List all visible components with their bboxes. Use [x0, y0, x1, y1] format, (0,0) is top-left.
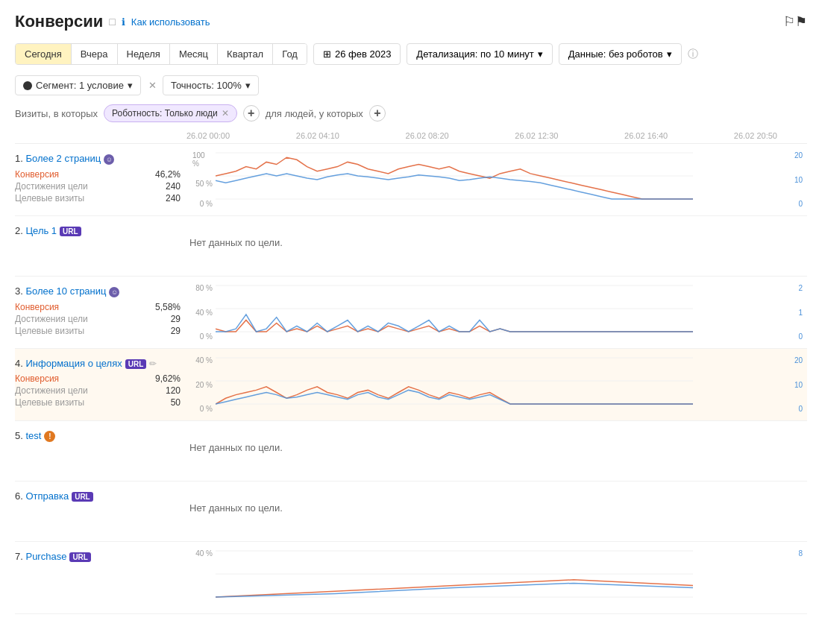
y-axis-label: 40 % — [195, 549, 213, 558]
y-axis-left: 40 %20 %0 % — [189, 355, 216, 414]
segment-tag-label: Роботность: Только люди — [112, 108, 218, 119]
goal-name[interactable]: Информация о целях — [25, 358, 122, 369]
conversion-label: Конверсия — [15, 373, 59, 384]
goal-number: 6. — [15, 490, 23, 502]
y-axis-left: 100 %50 %0 % — [189, 150, 216, 209]
btn-yesterday[interactable]: Вчера — [72, 44, 118, 64]
chart-container: 80 %40 %0 % 210 — [189, 282, 804, 342]
btn-week[interactable]: Неделя — [118, 44, 170, 64]
goal-name[interactable]: Более 2 страниц — [25, 153, 101, 164]
btn-month[interactable]: Месяц — [170, 44, 218, 64]
add-condition-button[interactable]: + — [243, 105, 260, 121]
y-axis-right-label: 10 — [794, 381, 803, 389]
visits-label: Целевые визиты — [15, 397, 84, 408]
time-label-2: 26.02 08:20 — [406, 131, 449, 140]
how-to-use-link[interactable]: Как использовать — [131, 16, 210, 28]
goal-name[interactable]: test — [25, 430, 41, 441]
goal-stats: Конверсия 9,62% Достижения цели 120 Целе… — [15, 373, 181, 408]
achievement-value: 120 — [166, 385, 181, 396]
goal-stats: Конверсия 5,58% Достижения цели 29 Целев… — [15, 302, 181, 336]
data-label: Данные: без роботов — [568, 48, 663, 60]
chart-container: 40 %20 %0 % 20100 — [189, 355, 804, 414]
time-label-3: 26.02 12:30 — [515, 131, 558, 140]
goal-badge-url: URL — [125, 359, 147, 369]
goal-info: 2. Цель 1URL — [15, 216, 186, 276]
goal-icon-warning: ! — [44, 431, 55, 442]
conversion-value: 46,2% — [155, 169, 181, 180]
goal-info: 3. Более 10 страниц☺ Конверсия 5,58% Дос… — [15, 277, 186, 348]
segment-middle: для людей, у которых — [266, 108, 363, 119]
goal-chart-area: Нет данных по цели. — [186, 216, 807, 276]
conversion-label: Конверсия — [15, 302, 59, 312]
y-axis-right: 8 — [778, 548, 804, 607]
no-data-message: Нет данных по цели. — [189, 222, 804, 263]
time-axis: 26.02 00:00 26.02 04:10 26.02 08:20 26.0… — [15, 128, 807, 144]
conversion-value: 5,58% — [155, 302, 181, 312]
goal-info: 6. ОтправкаURL — [15, 482, 186, 541]
y-axis-label: 0 % — [200, 405, 213, 413]
visits-label: Целевые визиты — [15, 193, 84, 203]
chevron-down-icon2: ▾ — [667, 48, 672, 60]
data-button[interactable]: Данные: без роботов ▾ — [559, 43, 682, 65]
chevron-down-icon: ▾ — [538, 48, 543, 60]
goal-number: 2. — [15, 225, 23, 236]
goal-name[interactable]: Цель 1 — [25, 225, 57, 236]
btn-quarter[interactable]: Квартал — [218, 44, 273, 64]
goal-section-5: 6. ОтправкаURL Нет данных по цели. — [15, 482, 807, 542]
segment-close-icon[interactable]: ✕ — [148, 80, 157, 91]
y-axis-label: 0 % — [200, 200, 213, 208]
btn-year[interactable]: Год — [273, 44, 307, 64]
segment-tag-close-icon[interactable]: ✕ — [222, 108, 229, 119]
y-axis-left: 80 %40 %0 % — [189, 282, 216, 342]
goal-icon-smile: ☺ — [104, 154, 114, 165]
filters-row: Сегмент: 1 условие ▾ ✕ Точность: 100% ▾ — [15, 75, 807, 95]
detail-button[interactable]: Детализация: по 10 минут ▾ — [407, 43, 552, 65]
add-condition-button2[interactable]: + — [369, 105, 386, 121]
info-circle-icon[interactable]: ℹ — [122, 16, 125, 28]
goal-chart-area: Нет данных по цели. — [186, 482, 807, 541]
toolbar-info-icon[interactable]: ⓘ — [688, 48, 698, 61]
goal-info: 5. test! — [15, 421, 186, 481]
pencil-icon[interactable]: ✏ — [149, 359, 157, 369]
date-picker-button[interactable]: ⊞ 26 фев 2023 — [313, 43, 401, 65]
goal-title: 7. PurchaseURL — [15, 551, 181, 562]
chart-svg — [216, 282, 778, 342]
page-title: Конверсии — [15, 12, 103, 31]
y-axis-right: 210 — [778, 282, 804, 342]
accuracy-filter[interactable]: Точность: 100% ▾ — [163, 75, 259, 95]
segment-dot — [23, 81, 32, 90]
goal-row: 4. Информация о целяхURL✏ Конверсия 9,62… — [15, 349, 807, 420]
goal-section-1: 2. Цель 1URL Нет данных по цели. — [15, 216, 807, 277]
info-icon[interactable]: □ — [109, 16, 115, 28]
chart-svg — [216, 150, 778, 209]
y-axis-label: 50 % — [195, 180, 213, 188]
date-label: 26 фев 2023 — [335, 48, 391, 60]
segment-prefix: Визиты, в которых — [15, 108, 98, 119]
goal-chart-area: 40 %20 %0 % 20100 — [186, 349, 807, 420]
goal-badge-url: URL — [69, 552, 91, 562]
goal-info: 4. Информация о целяхURL✏ Конверсия 9,62… — [15, 349, 186, 420]
segment-tag[interactable]: Роботность: Только люди ✕ — [104, 104, 237, 122]
goal-name[interactable]: Purchase — [25, 551, 66, 562]
settings-icon[interactable]: ⚐⚑ — [783, 13, 807, 30]
goal-number: 4. — [15, 358, 23, 369]
y-axis-right-label: 2 — [798, 284, 803, 292]
goal-row: 7. PurchaseURL 40 % 8 — [15, 542, 807, 613]
detail-label: Детализация: по 10 минут — [416, 48, 533, 60]
y-axis-label: 0 % — [200, 332, 213, 341]
y-axis-right-label: 1 — [798, 309, 803, 317]
goal-section-6: 7. PurchaseURL 40 % 8 — [15, 542, 807, 614]
segment-filter[interactable]: Сегмент: 1 условие ▾ — [15, 75, 141, 95]
y-axis-label: 40 % — [195, 356, 213, 364]
goal-row: 1. Более 2 страниц☺ Конверсия 46,2% Дост… — [15, 144, 807, 215]
accuracy-label: Точность: 100% — [171, 80, 242, 91]
goal-info: 1. Более 2 страниц☺ Конверсия 46,2% Дост… — [15, 144, 186, 215]
goal-number: 5. — [15, 430, 23, 441]
btn-today[interactable]: Сегодня — [16, 44, 72, 64]
goal-name[interactable]: Более 10 страниц — [25, 285, 106, 297]
goal-name[interactable]: Отправка — [25, 490, 69, 502]
chart-container: 40 % 8 — [189, 548, 804, 607]
chevron-down-icon4: ▾ — [245, 80, 251, 91]
y-axis-right-label: 0 — [798, 332, 803, 341]
goal-number: 3. — [15, 285, 23, 297]
